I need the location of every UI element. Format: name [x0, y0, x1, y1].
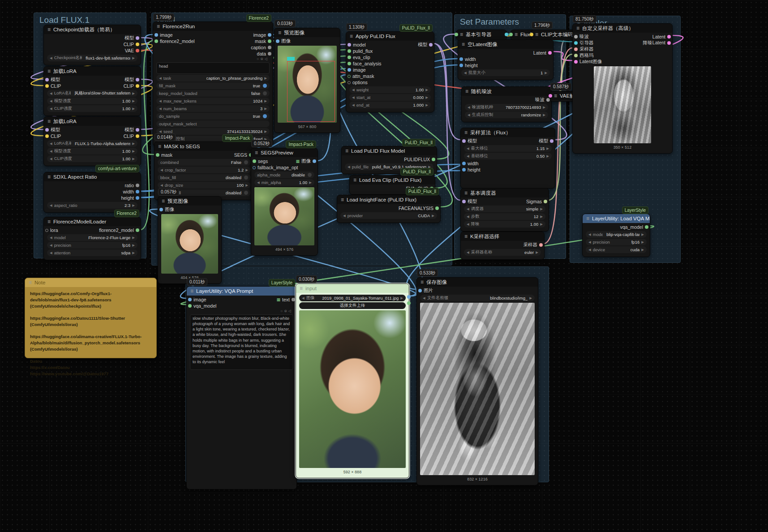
decrement-arrow-icon[interactable]: ◀: [467, 250, 469, 254]
toggle-state-dot[interactable]: [244, 160, 248, 164]
widget-降噪[interactable]: ◀降噪1.00▶: [464, 221, 545, 227]
decrement-arrow-icon[interactable]: ◀: [50, 149, 52, 153]
ksampler-select[interactable]: ≡K采样器选择采样器◀采样器名称euler▶: [460, 232, 545, 260]
node-title-bar[interactable]: ≡预览图像: [158, 197, 221, 206]
comfyui-canvas[interactable]: Load FLUX.1pulidSet ParametersSamplerout…: [0, 0, 768, 532]
decrement-arrow-icon[interactable]: ◀: [352, 88, 355, 92]
widget-Checkpoint名称[interactable]: ◀Checkpoint名称flux1-dev-fp8.safetensors▶: [47, 55, 137, 61]
hamburger-menu-icon[interactable]: ≡: [190, 288, 193, 294]
decrement-arrow-icon[interactable]: ◀: [50, 142, 52, 146]
increment-arrow-icon[interactable]: ▶: [132, 142, 135, 146]
hamburger-menu-icon[interactable]: ≡: [464, 233, 468, 240]
increment-arrow-icon[interactable]: ▶: [425, 95, 428, 99]
node-title-bar[interactable]: ≡基本引导器: [456, 30, 506, 39]
output-dot[interactable]: [268, 33, 271, 37]
decrement-arrow-icon[interactable]: ◀: [468, 113, 470, 117]
widget-attention[interactable]: ◀attentionsdpa▶: [47, 249, 137, 256]
input-port-噪波[interactable]: 噪波: [574, 34, 589, 40]
widget-采样器名称[interactable]: ◀采样器名称euler▶: [464, 249, 541, 256]
increment-arrow-icon[interactable]: ▶: [132, 99, 135, 103]
decrement-arrow-icon[interactable]: ◀: [50, 236, 52, 240]
increment-arrow-icon[interactable]: ▶: [543, 105, 545, 109]
output-dot[interactable]: [136, 128, 139, 132]
hamburger-menu-icon[interactable]: ≡: [464, 129, 468, 136]
toggle-do_sample[interactable]: do_sampletrue: [156, 113, 270, 120]
output-port-vqa_model[interactable]: vqa_model: [620, 224, 648, 230]
text-widget[interactable]: slow shutter photography motion blur, Bl…: [190, 314, 293, 370]
output-dot[interactable]: [136, 36, 139, 40]
custom-sampler-advanced[interactable]: 81.750秒≡自定义采样器（高级）噪波Latent引导器降噪Latent采样器…: [572, 23, 673, 154]
basic-guider[interactable]: ≡基本引导器: [456, 30, 507, 40]
collapsed-output-dot[interactable]: [505, 33, 508, 36]
input-dot[interactable]: [253, 166, 256, 169]
input-dot[interactable]: [348, 62, 351, 65]
input-dot[interactable]: [45, 128, 49, 132]
load-lora-2[interactable]: ≡加载LoRA模型模型CLIPCLIP◀LoRA名称FLUX.1-Turbo-A…: [43, 116, 141, 166]
hamburger-menu-icon[interactable]: ≡: [554, 93, 557, 99]
decrement-arrow-icon[interactable]: ◀: [50, 99, 52, 103]
save-image[interactable]: 0.533秒≡保存图像图片◀文件名前缀blindboxstudio/img_▶8…: [416, 277, 538, 485]
decrement-arrow-icon[interactable]: ◀: [159, 76, 162, 80]
increment-arrow-icon[interactable]: ▶: [264, 99, 267, 103]
output-port-width[interactable]: width: [123, 189, 139, 194]
output-port-CLIP[interactable]: CLIP: [124, 42, 139, 47]
increment-arrow-icon[interactable]: ▶: [641, 248, 644, 252]
decrement-arrow-icon[interactable]: ◀: [467, 215, 469, 219]
input-dot[interactable]: [276, 39, 279, 43]
node-title-bar[interactable]: ≡Checkpoint加载器（简易）: [44, 25, 141, 34]
node-title-bar[interactable]: ≡LayerUtility: Load VQA Model: [583, 214, 650, 223]
hamburger-menu-icon[interactable]: ≡: [462, 41, 465, 47]
hamburger-menu-icon[interactable]: ≡: [345, 148, 348, 154]
output-dot[interactable]: [136, 184, 139, 187]
toggle-state-dot[interactable]: [263, 114, 267, 118]
segs-preview[interactable]: 0.052秒Impact-Pack≡SEGSPreviewsegs▦图像fall…: [251, 148, 318, 256]
output-port-CLIP[interactable]: CLIP: [124, 133, 139, 139]
input-port-图像[interactable]: 图像: [276, 38, 291, 44]
node-title-bar[interactable]: ≡随机噪波: [462, 87, 551, 96]
increment-arrow-icon[interactable]: ▶: [132, 149, 135, 153]
node-title-bar[interactable]: ≡K采样器选择: [461, 232, 544, 241]
input-port-vqa_model[interactable]: vqa_model: [188, 303, 216, 309]
increment-arrow-icon[interactable]: ▶: [132, 157, 135, 161]
node-title-bar[interactable]: ≡加载LoRA: [44, 67, 141, 76]
output-dot[interactable]: [268, 46, 271, 49]
sdxl-aspect-ratio[interactable]: comfyui-art-venture≡SDXL Aspect Ratiorat…: [43, 172, 141, 213]
toggle-state-dot[interactable]: [308, 173, 312, 177]
input-dot[interactable]: [188, 304, 192, 308]
input-port-lora[interactable]: lora: [45, 227, 58, 233]
load-insightface[interactable]: PuLID_Flux_ll≡Load InsightFace (PuLID Fl…: [337, 195, 441, 223]
decrement-arrow-icon[interactable]: ◀: [588, 248, 591, 252]
increment-arrow-icon[interactable]: ▶: [245, 168, 248, 172]
apply-pulid-flux[interactable]: 1.130秒PuLID_Flux_ll≡Apply PuLID Fluxmode…: [346, 31, 434, 112]
widget-end_at[interactable]: ◀end_at1.000▶: [349, 102, 431, 108]
output-port-florence2_model[interactable]: florence2_model: [99, 227, 139, 233]
toggle-state-dot[interactable]: [244, 176, 248, 180]
input-port-image[interactable]: image: [188, 297, 206, 302]
node-title-bar[interactable]: ≡空Latent图像: [458, 40, 553, 49]
empty-latent-image[interactable]: ≡空Latent图像Latentwidthheight◀批量大小1▶: [458, 39, 553, 80]
input-port-西格玛[interactable]: 西格玛: [574, 52, 594, 59]
decrement-arrow-icon[interactable]: ◀: [50, 251, 52, 255]
widget-调度器[interactable]: ◀调度器simple▶: [464, 206, 545, 212]
widget-aspect_ratio[interactable]: ◀aspect_ratio2:3▶: [47, 202, 137, 209]
input-port-model[interactable]: model: [348, 42, 366, 47]
output-dot[interactable]: [539, 243, 543, 247]
output-dot[interactable]: [136, 190, 139, 193]
toggle-combined[interactable]: combinedFalse: [158, 159, 251, 166]
node-title-bar[interactable]: ≡自定义采样器（高级）: [573, 24, 672, 33]
input-dot[interactable]: [574, 60, 578, 64]
output-port-模型[interactable]: 模型: [124, 35, 139, 41]
input-port-image[interactable]: image: [348, 67, 366, 73]
node-title-bar[interactable]: ≡Florence2ModelLoader: [44, 217, 141, 226]
input-dot[interactable]: [348, 56, 351, 59]
input-port-segs[interactable]: segs: [253, 159, 268, 164]
node-title-bar[interactable]: ≡input: [296, 284, 409, 293]
decrement-arrow-icon[interactable]: ◀: [467, 207, 469, 211]
node-title-bar[interactable]: ≡SDXL Aspect Ratio: [44, 172, 141, 181]
increment-arrow-icon[interactable]: ▶: [132, 107, 135, 111]
hamburger-menu-icon[interactable]: ≡: [586, 215, 589, 222]
decrement-arrow-icon[interactable]: ◀: [159, 107, 162, 111]
hamburger-menu-icon[interactable]: ≡: [47, 26, 51, 33]
input-dot[interactable]: [154, 33, 158, 37]
node-title-bar[interactable]: ≡Load PuLID Flux Model: [342, 146, 437, 155]
